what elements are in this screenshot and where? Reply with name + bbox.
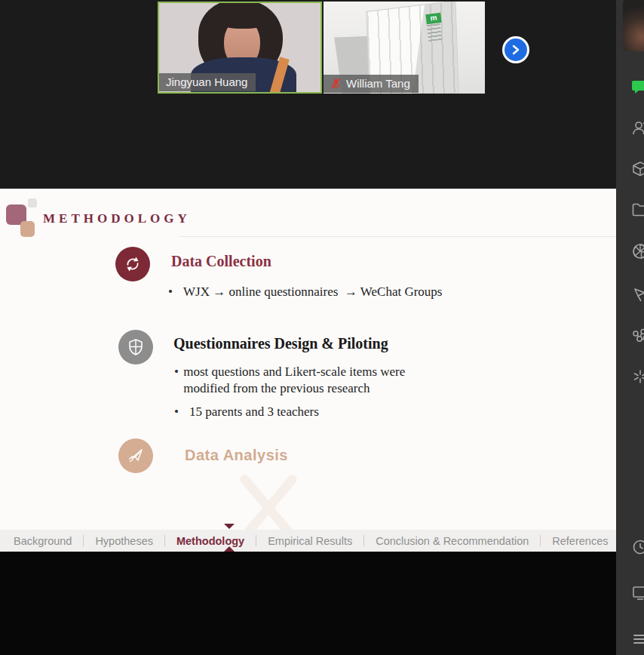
meeting-window: Jingyuan Huang m William Tang xyxy=(0,0,644,655)
effects-sparkle-icon[interactable] xyxy=(631,367,644,386)
section-2-heading: Questionnaires Design & Piloting xyxy=(173,335,388,352)
active-tab-marker-top xyxy=(224,524,235,529)
slide-logo-square-3 xyxy=(28,198,37,208)
collaboration-icon[interactable] xyxy=(631,328,644,346)
section-3-heading: Data Analysis xyxy=(185,447,288,464)
sync-arrows-icon xyxy=(115,247,150,281)
slide-logo-square-2 xyxy=(20,221,35,237)
chat-bubble-icon[interactable] xyxy=(631,78,644,96)
slide-title: METHODOLOGY xyxy=(43,211,191,226)
participant-video-tile-1[interactable]: Jingyuan Huang xyxy=(158,2,322,94)
slide-section-nav: Background Hypotheses Methodology Empiri… xyxy=(0,530,617,552)
apps-cube-icon[interactable] xyxy=(631,160,644,178)
tab-conclusion-recommendation[interactable]: Conclusion & Recommendation xyxy=(364,535,540,547)
tab-references[interactable]: References xyxy=(541,535,617,547)
participant-1-name-tag: Jingyuan Huang xyxy=(159,73,256,91)
participant-2-name: William Tang xyxy=(346,77,410,90)
whiteboard-icon[interactable] xyxy=(631,583,644,601)
active-tab-marker-bottom xyxy=(224,546,235,552)
section-1-heading: Data Collection xyxy=(171,253,271,270)
participants-icon[interactable] xyxy=(631,119,644,137)
meeting-stage: Jingyuan Huang m William Tang xyxy=(0,0,617,655)
slide-watermark xyxy=(226,466,309,530)
pointer-flag-icon[interactable] xyxy=(631,285,644,303)
tab-methodology[interactable]: Methodology xyxy=(165,535,256,547)
presentation-slide: METHODOLOGY Data Collection •WJX → onlin… xyxy=(0,189,617,530)
stage-lower-area xyxy=(0,552,617,655)
participant-1-name: Jingyuan Huang xyxy=(166,75,247,88)
meeting-toolbar xyxy=(616,0,644,655)
next-videos-button[interactable] xyxy=(502,36,529,63)
tab-hypotheses[interactable]: Hypotheses xyxy=(84,535,164,547)
section-1-bullet-1: •WJX → online questionnaires → WeChat Gr… xyxy=(168,284,442,300)
section-2-bullet-2: •15 parents and 3 teachers xyxy=(174,404,319,420)
folder-icon[interactable] xyxy=(631,201,644,219)
mic-muted-icon xyxy=(330,78,342,90)
building-logo: m xyxy=(425,13,441,24)
chevron-right-icon xyxy=(511,45,520,55)
participant-video-tile-2[interactable]: m William Tang xyxy=(324,2,485,94)
more-menu-icon[interactable] xyxy=(631,630,644,648)
paper-plane-icon xyxy=(118,438,153,473)
tab-background[interactable]: Background xyxy=(2,535,83,547)
record-icon[interactable] xyxy=(631,242,644,260)
participant-2-name-tag: William Tang xyxy=(324,75,419,93)
title-divider xyxy=(179,236,617,237)
timer-icon[interactable] xyxy=(631,538,644,556)
self-video-thumbnail[interactable] xyxy=(623,0,644,51)
shield-icon xyxy=(118,330,153,364)
tab-empirical-results[interactable]: Empirical Results xyxy=(256,535,363,547)
section-2-bullet-1: •most questions and Likert-scale items w… xyxy=(174,364,434,398)
